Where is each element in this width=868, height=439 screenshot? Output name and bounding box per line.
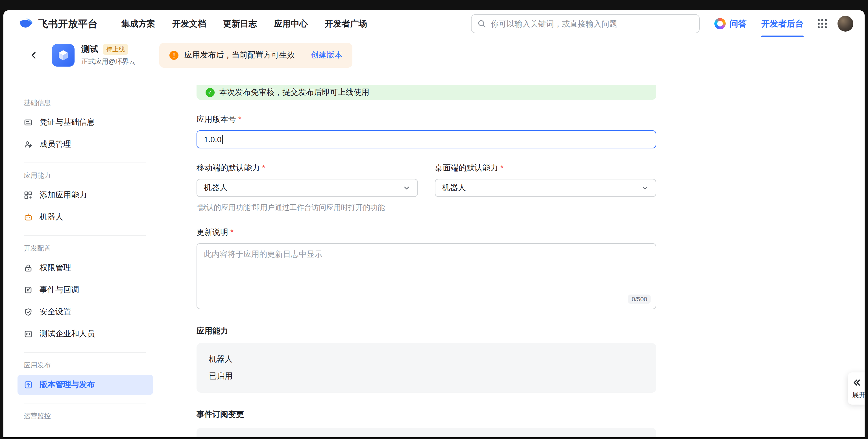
test-org-icon <box>24 330 33 339</box>
update-notes-field: 0/500 <box>196 243 656 309</box>
version-field <box>196 130 656 148</box>
events-summary-box <box>196 428 656 437</box>
sidebar-item-credentials[interactable]: 凭证与基础信息 <box>18 112 153 133</box>
sidebar-section-dev-config: 开发配置 <box>18 244 174 254</box>
sidebar-divider <box>24 163 146 163</box>
cube-icon <box>57 48 70 62</box>
back-button[interactable] <box>26 47 42 63</box>
feishu-logo[interactable]: 飞书开放平台 <box>18 16 98 32</box>
add-capability-icon <box>24 191 33 200</box>
page-body: 基础信息 凭证与基础信息 成员管理 应用能力 <box>3 73 865 437</box>
sidebar-item-label: 添加应用能力 <box>39 190 87 200</box>
success-check-icon <box>206 88 215 97</box>
sidebar-divider <box>24 235 146 236</box>
qa-label: 问答 <box>730 18 747 29</box>
update-notes-textarea[interactable] <box>196 243 656 309</box>
create-version-link[interactable]: 创建版本 <box>311 50 342 60</box>
sidebar-item-test-org[interactable]: 测试企业和人员 <box>18 324 153 344</box>
capability-status: 已启用 <box>209 371 644 381</box>
grid-dots <box>817 19 827 29</box>
search-input[interactable] <box>491 19 693 28</box>
sidebar-item-label: 凭证与基础信息 <box>39 117 95 128</box>
capability-section-title: 应用能力 <box>196 326 656 336</box>
screen: 飞书开放平台 集成方案 开发文档 更新日志 应用中心 开发者广场 问答 <box>0 0 868 439</box>
required-marker: * <box>500 163 503 172</box>
credential-icon <box>24 118 33 127</box>
sidebar-section-basic-info: 基础信息 <box>18 98 174 108</box>
mobile-capability-select[interactable]: 机器人 <box>196 179 418 197</box>
primary-nav: 集成方案 开发文档 更新日志 应用中心 开发者广场 <box>121 18 367 29</box>
app-header: 测试 待上线 正式应用@环界云 应用发布后，当前配置方可生效 创建版本 <box>3 37 865 73</box>
text-caret <box>222 135 223 144</box>
double-chevron-left-icon <box>852 378 861 387</box>
alert-text: 应用发布后，当前配置方可生效 <box>184 50 295 60</box>
mobile-capability-label: 移动端的默认能力 * <box>196 163 418 174</box>
success-banner-text: 本次发布免审核，提交发布后即可上线使用 <box>219 87 369 97</box>
search-icon <box>477 19 486 28</box>
chevron-down-icon <box>403 184 410 192</box>
version-label: 应用版本号 * <box>196 114 656 126</box>
sidebar-item-label: 事件与回调 <box>39 285 79 295</box>
nav-developer-console[interactable]: 开发者后台 <box>761 10 804 37</box>
main-content: 本次发布免审核，提交发布后即可上线使用 应用版本号 * 移动端的默认能力 <box>174 73 865 437</box>
sidebar: 基础信息 凭证与基础信息 成员管理 应用能力 <box>3 73 174 437</box>
qa-icon <box>714 18 726 29</box>
search-box[interactable] <box>471 14 700 33</box>
chevron-down-icon <box>641 184 649 192</box>
nav-dev-docs[interactable]: 开发文档 <box>172 18 206 29</box>
logo-text: 飞书开放平台 <box>38 17 98 30</box>
browser-page: 飞书开放平台 集成方案 开发文档 更新日志 应用中心 开发者广场 问答 <box>3 10 865 437</box>
qa-button[interactable]: 问答 <box>714 18 747 29</box>
desktop-capability-select[interactable]: 机器人 <box>435 179 656 197</box>
security-shield-icon <box>24 307 33 316</box>
warning-icon <box>169 51 179 60</box>
developer-console-label: 开发者后台 <box>761 18 804 29</box>
sidebar-item-permissions[interactable]: 权限管理 <box>18 258 153 278</box>
app-subtitle: 正式应用@环界云 <box>81 57 135 67</box>
back-chevron-icon <box>29 51 38 60</box>
nav-developer-plaza[interactable]: 开发者广场 <box>325 18 367 29</box>
review-exempt-banner: 本次发布免审核，提交发布后即可上线使用 <box>196 85 656 100</box>
sidebar-divider <box>24 403 146 403</box>
char-counter: 0/500 <box>628 295 651 304</box>
expand-panel-button[interactable]: 展开 <box>848 372 865 405</box>
nav-app-center[interactable]: 应用中心 <box>274 18 308 29</box>
publish-alert-banner: 应用发布后，当前配置方可生效 创建版本 <box>159 43 352 68</box>
sidebar-item-events-callbacks[interactable]: 事件与回调 <box>18 280 153 300</box>
bot-icon <box>24 213 33 222</box>
nav-changelog[interactable]: 更新日志 <box>223 18 257 29</box>
sidebar-item-add-capability[interactable]: 添加应用能力 <box>18 185 153 205</box>
app-name: 测试 <box>81 44 98 55</box>
capability-hint: “默认的应用功能”即用户通过工作台访问应用时打开的功能 <box>196 203 656 213</box>
nav-integration-solutions[interactable]: 集成方案 <box>121 18 155 29</box>
app-icon <box>52 44 74 67</box>
sidebar-item-label: 测试企业和人员 <box>39 329 95 339</box>
required-marker: * <box>230 227 234 236</box>
version-release-icon <box>24 380 33 390</box>
sidebar-item-security[interactable]: 安全设置 <box>18 302 153 322</box>
capability-name: 机器人 <box>209 354 644 365</box>
update-notes-label: 更新说明 * <box>196 227 656 239</box>
sidebar-item-members[interactable]: 成员管理 <box>18 134 153 155</box>
sidebar-item-label: 安全设置 <box>39 307 71 317</box>
apps-grid-icon[interactable] <box>817 19 827 29</box>
feishu-logo-icon <box>18 16 34 32</box>
user-avatar[interactable] <box>837 16 853 32</box>
mobile-capability-value: 机器人 <box>204 183 227 193</box>
sidebar-section-release: 应用发布 <box>18 361 174 370</box>
sidebar-item-bot[interactable]: 机器人 <box>18 207 153 227</box>
desktop-capability-label: 桌面端的默认能力 * <box>435 163 656 174</box>
sidebar-section-capabilities: 应用能力 <box>18 171 174 180</box>
required-marker: * <box>238 114 241 124</box>
sidebar-item-label: 版本管理与发布 <box>39 380 95 390</box>
sidebar-divider <box>24 352 146 353</box>
sidebar-item-label: 机器人 <box>39 212 63 222</box>
permission-lock-icon <box>24 264 33 273</box>
capability-summary-box: 机器人 已启用 <box>196 343 656 393</box>
members-icon <box>24 140 33 149</box>
desktop-capability-value: 机器人 <box>442 183 466 193</box>
version-input[interactable] <box>196 130 656 148</box>
required-marker: * <box>262 163 265 172</box>
sidebar-item-version-release[interactable]: 版本管理与发布 <box>18 375 153 395</box>
sidebar-item-label: 成员管理 <box>39 139 71 149</box>
